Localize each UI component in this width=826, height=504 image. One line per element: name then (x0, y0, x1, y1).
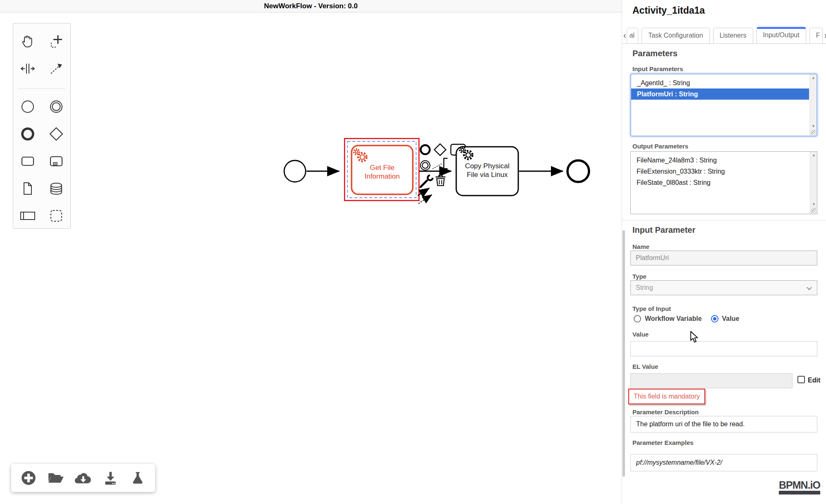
el-value-field[interactable] (630, 373, 792, 388)
scroll-up-icon[interactable]: ▲ (810, 76, 817, 80)
create-end-event-icon[interactable] (13, 120, 42, 148)
edit-checkbox-label: Edit (808, 377, 820, 384)
panel-scrollbar-thumb[interactable] (622, 230, 625, 477)
download-button[interactable] (101, 468, 120, 488)
list-item[interactable]: _AgentId_ : String (631, 77, 809, 88)
input-parameter-heading: Input Parameter (632, 225, 695, 235)
create-group-icon[interactable] (42, 202, 70, 229)
create-subprocess-icon[interactable] (42, 148, 70, 175)
workflow-variable-radio[interactable] (634, 315, 641, 322)
list-item[interactable]: FileState_0l80ast : String (631, 177, 809, 188)
tab-listeners[interactable]: Listeners (713, 28, 753, 43)
element-id-title: Activity_1itda1a (632, 5, 705, 16)
properties-panel: Activity_1itda1a ‹ al Task Configuration… (622, 0, 826, 504)
name-label: Name (632, 243, 649, 250)
task1-label-line2: Information (364, 172, 400, 180)
value-field[interactable] (630, 341, 817, 356)
task2-label-line1: Copy Physical (465, 162, 510, 170)
space-tool-icon[interactable] (13, 55, 42, 82)
output-parameters-listbox[interactable]: FileName_24la8m3 : String FileExtension_… (630, 151, 817, 214)
mandatory-error-message: This field is mandatory (628, 389, 705, 404)
parameters-heading: Parameters (632, 49, 678, 58)
palette-separator (18, 82, 65, 89)
tabs-next-chevron-icon[interactable]: › (823, 31, 826, 43)
tab-next-partial[interactable]: F (809, 28, 823, 43)
delete-trash-icon[interactable] (436, 175, 445, 186)
create-gateway-icon[interactable] (42, 120, 70, 148)
listbox-scrollbar[interactable]: ▲ ▼ (809, 74, 816, 136)
value-radio-label: Value (722, 315, 740, 322)
diagram-io-toolbar (11, 464, 155, 492)
append-end-event-icon[interactable] (421, 145, 430, 154)
mouse-cursor-icon (689, 331, 700, 345)
global-connect-tool-icon[interactable] (42, 55, 70, 82)
workflow-variable-radio-label: Workflow Variable (645, 315, 702, 322)
end-event-shape[interactable] (567, 160, 589, 182)
connect-association-icon[interactable] (419, 195, 432, 203)
start-event-shape[interactable] (284, 160, 306, 182)
hand-tool-icon[interactable] (13, 28, 42, 55)
append-intermediate-event-icon[interactable] (421, 161, 430, 170)
create-start-event-icon[interactable] (13, 93, 42, 120)
tab-general-partial[interactable]: al (627, 28, 638, 43)
value-label: Value (632, 331, 649, 338)
task2-label-line2: File via Linux (467, 171, 508, 179)
bpmn-palette (13, 23, 71, 229)
list-item-selected[interactable]: PlatformUri : String (631, 88, 809, 100)
list-item[interactable]: FileExtension_0333ktr : String (631, 166, 809, 177)
create-data-store-icon[interactable] (42, 175, 70, 202)
parameter-examples-value: pf://mysystemname/file/VX-2/ (630, 454, 817, 471)
workflow-title: NewWorkFlow - Version: 0.0 (264, 2, 357, 10)
listbox-scrollbar[interactable]: ▲ ▼ (810, 152, 817, 214)
open-file-button[interactable] (46, 468, 66, 488)
resize-grip-icon[interactable] (811, 130, 816, 135)
parameter-examples-label: Parameter Examples (632, 439, 694, 446)
create-participant-icon[interactable] (13, 202, 42, 229)
new-diagram-button[interactable] (19, 468, 38, 488)
tab-task-configuration[interactable]: Task Configuration (642, 28, 710, 43)
input-parameters-listbox[interactable]: _AgentId_ : String PlatformUri : String … (630, 74, 817, 136)
task1-label-line1: Get File (370, 164, 395, 172)
list-item[interactable]: FileName_24la8m3 : String (631, 155, 809, 166)
input-parameters-label: Input Parameters (632, 65, 683, 72)
append-text-annotation-icon[interactable] (433, 158, 448, 169)
type-select[interactable]: String (630, 280, 817, 295)
append-gateway-icon[interactable] (434, 144, 446, 155)
resize-grip-icon[interactable] (811, 208, 816, 213)
scroll-down-icon[interactable]: ▼ (810, 124, 817, 128)
create-task-icon[interactable] (13, 148, 42, 175)
bpmn-io-logo: BPMN.iO (779, 480, 820, 494)
scroll-up-icon[interactable]: ▲ (810, 153, 817, 157)
lasso-tool-icon[interactable] (42, 28, 70, 55)
parameter-description-label: Parameter Description (632, 408, 699, 416)
edit-checkbox[interactable] (797, 376, 805, 383)
section-divider (622, 220, 826, 220)
cloud-download-button[interactable] (73, 468, 93, 488)
test-flask-button[interactable] (128, 468, 148, 488)
scroll-down-icon[interactable]: ▼ (810, 202, 817, 206)
output-parameters-label: Output Parameters (632, 143, 688, 150)
bpmn-diagram: Get File Information (0, 12, 622, 504)
value-radio[interactable] (711, 315, 718, 322)
el-value-label: EL Value (632, 363, 658, 370)
type-label: Type (632, 273, 646, 280)
change-type-wrench-icon[interactable] (421, 175, 433, 187)
type-of-input-label: Type of Input (632, 305, 671, 312)
bpmn-canvas[interactable]: Get File Information (0, 12, 622, 504)
workflow-title-bar: NewWorkFlow - Version: 0.0 (0, 0, 622, 12)
create-data-object-icon[interactable] (13, 175, 42, 202)
tab-input-output[interactable]: Input/Output (757, 27, 806, 44)
chevron-down-icon (807, 285, 812, 290)
tab-bar: ‹ al Task Configuration Listeners Input/… (622, 26, 826, 44)
type-of-input-radios: Workflow Variable Value (634, 315, 739, 322)
create-intermediate-event-icon[interactable] (42, 93, 70, 120)
parameter-description-value: The platform uri of the file to be read. (630, 416, 817, 432)
name-field[interactable] (630, 251, 817, 265)
